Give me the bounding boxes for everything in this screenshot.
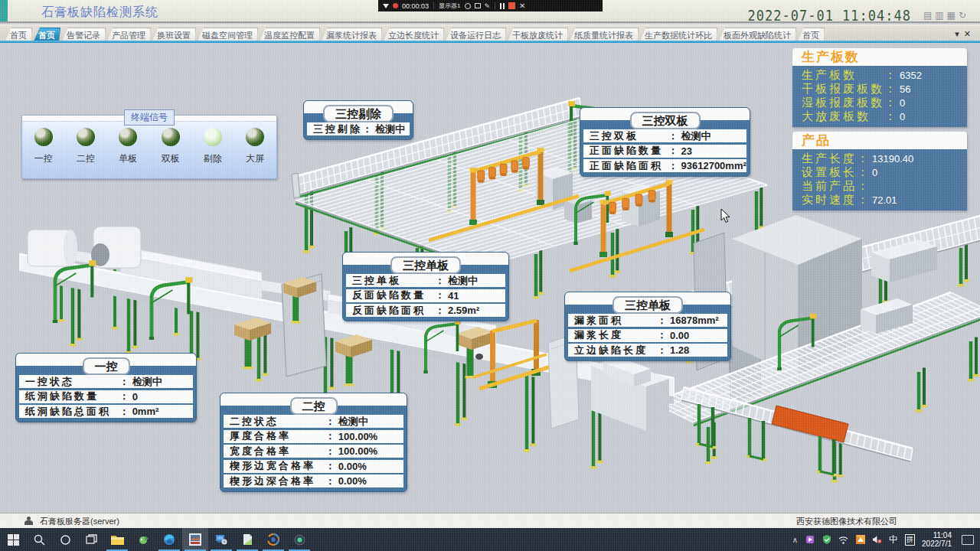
tray-ime-indicator[interactable]: 中 xyxy=(889,533,898,546)
row-colon: ： xyxy=(668,129,678,143)
panel-rows: 生产板数 ： 6352 干板报废板数 ： 56 湿板报废板数 ： 0 大放废板数… xyxy=(792,66,967,127)
panel-row: 生产长度 ： 13190.40 xyxy=(792,152,967,165)
row-label: 宽度合格率 xyxy=(230,445,325,458)
signal-led-item-剔除: 剔除 xyxy=(195,128,230,165)
recorder-monitor-label[interactable]: 显示器1 xyxy=(439,2,460,10)
tab-close-icon[interactable]: ✕ xyxy=(964,29,975,38)
tray-ime2-indicator[interactable]: 拼 xyxy=(905,534,915,546)
row-colon: ： xyxy=(657,344,667,357)
panel-title: 三控双板 xyxy=(630,112,701,129)
row-label: 生产板数 xyxy=(802,68,884,83)
info-panel-sankong-danban-right: 三控单板 漏浆面积 ： 16878mm² 漏浆长度 ： 0.00 立边缺陷长度 … xyxy=(564,292,731,361)
row-label: 厚度合格率 xyxy=(230,429,325,443)
row-label: 设置板长 xyxy=(802,165,857,180)
info-panel-yikong: 一控 一控状态 ： 检测中 纸洞缺陷数量 ： 0 纸洞缺陷总面积 ： 0mm² xyxy=(15,353,197,422)
tray-wifi-icon[interactable] xyxy=(838,535,848,545)
row-label: 大放废板数 xyxy=(802,109,884,124)
edge-browser-icon xyxy=(163,533,175,546)
led-off-icon xyxy=(34,128,53,146)
panel-header: 三控剔除 xyxy=(304,101,413,113)
status-bar: 石膏板服务器(server) 西安获德图像技术有限公司 xyxy=(0,513,980,528)
panel-row: 干板报废板数 ： 56 xyxy=(792,82,967,96)
led-label: 剔除 xyxy=(204,152,222,165)
row-colon: ： xyxy=(119,405,129,419)
panel-row: 正面缺陷面积 ： 93612700mm² xyxy=(583,159,746,172)
tray-clock[interactable]: 11:042022/7/1 xyxy=(922,531,952,548)
server-label: 石膏板服务器(server) xyxy=(40,516,119,527)
row-label: 三控剔除 xyxy=(313,122,362,136)
region-icon[interactable] xyxy=(475,3,481,8)
panel-title: 三控单板 xyxy=(390,256,461,274)
row-colon: ： xyxy=(657,328,667,342)
taskbar-button-start[interactable] xyxy=(0,528,26,551)
row-value: 13190.40 xyxy=(868,153,913,165)
panel-row: 立边缺陷长度 ： 1.28 xyxy=(568,344,727,357)
pin-icon[interactable] xyxy=(383,4,389,8)
panel-row: 一控状态 ： 检测中 xyxy=(19,375,193,388)
tray-media-icon[interactable] xyxy=(805,535,815,545)
recorder-segment-controls: ✕ xyxy=(495,2,530,10)
tab-label: 立边长度统计 xyxy=(388,30,439,41)
row-colon: ： xyxy=(668,144,678,158)
tray-shield-icon[interactable] xyxy=(822,535,831,545)
taskbar-button-green-dot-app[interactable] xyxy=(286,528,312,551)
titlebar-mini-icons[interactable]: ▤▥▦↻ xyxy=(923,10,969,21)
pencil-icon[interactable]: ✎ xyxy=(485,2,491,10)
row-value: 93612700mm² xyxy=(678,160,746,171)
panel-row: 反面缺陷数量 ： 41 xyxy=(346,289,505,302)
terminal-signal-title: 终端信号 xyxy=(124,109,175,126)
terminal-signal-panel: 终端信号 一控 二控 单板 双板 剔除 大屏 xyxy=(21,115,277,179)
row-label: 正面缺陷数量 xyxy=(590,144,668,158)
panel-title: 生产板数 xyxy=(802,48,860,66)
media-icon xyxy=(805,535,815,544)
row-value: 0 xyxy=(896,97,905,109)
detection-app-icon xyxy=(189,533,201,546)
taskbar-button-netdisk-app[interactable] xyxy=(260,528,286,551)
tab-label: 告警记录 xyxy=(67,30,100,41)
company-label: 西安获德图像技术有限公司 xyxy=(796,516,897,527)
taskbar-button-file-explorer[interactable] xyxy=(104,528,130,551)
panel-title: 一控 xyxy=(83,357,130,375)
row-value: 100.00% xyxy=(335,431,377,442)
taskbar-button-cortana[interactable] xyxy=(52,528,78,551)
row-value: 检测中 xyxy=(372,122,405,136)
row-colon: ： xyxy=(435,304,445,318)
webcam-icon[interactable] xyxy=(465,3,471,9)
graphics-icon xyxy=(856,535,865,544)
row-colon: ： xyxy=(857,152,868,166)
row-value: 检测中 xyxy=(445,274,478,288)
taskbar-button-pc-settings-app[interactable] xyxy=(208,528,234,551)
row-value: 100.00% xyxy=(335,445,377,457)
stop-button[interactable] xyxy=(508,2,515,9)
taskbar-button-search[interactable] xyxy=(26,528,52,551)
close-recorder-button[interactable]: ✕ xyxy=(519,2,525,10)
notification-icon[interactable] xyxy=(962,535,974,545)
row-colon: ： xyxy=(325,429,335,443)
taskbar-button-task-view[interactable] xyxy=(78,528,104,551)
tray-chevron-icon[interactable]: ∧ xyxy=(792,536,798,544)
panel-row: 大放废板数 ： 0 xyxy=(792,109,967,123)
row-value: 检测中 xyxy=(129,375,162,389)
taskbar-button-edge-browser[interactable] xyxy=(156,528,182,551)
panel-row: 三控单板 ： 检测中 xyxy=(346,274,505,287)
taskbar-button-document-app[interactable] xyxy=(234,528,260,551)
search-icon xyxy=(34,534,45,546)
panel-header: 一控 xyxy=(16,354,196,366)
row-value: 2.59m² xyxy=(445,305,479,316)
row-colon: ： xyxy=(325,415,335,429)
taskbar-button-paint-app[interactable] xyxy=(130,528,156,551)
taskbar-button-detection-app[interactable] xyxy=(182,528,208,551)
row-colon: ： xyxy=(857,193,868,207)
tab-dropdown-icon[interactable]: ▾ xyxy=(955,29,964,38)
row-label: 实时速度 xyxy=(802,193,857,207)
row-colon: ： xyxy=(857,165,868,180)
taskbar-buttons xyxy=(0,528,312,551)
tray-graphics-icon[interactable] xyxy=(855,535,865,545)
tray-volume-muted-icon[interactable] xyxy=(872,535,882,545)
row-value: 检测中 xyxy=(335,415,368,429)
pause-button[interactable] xyxy=(500,3,505,9)
pc-settings-app-icon xyxy=(215,533,227,546)
row-colon: ： xyxy=(325,445,335,458)
info-panel-sankong-danban-center: 三控单板 三控单板 ： 检测中 反面缺陷数量 ： 41 反面缺陷面积 ： 2.5… xyxy=(342,252,509,321)
tab-label: 设备运行日志 xyxy=(450,30,501,41)
